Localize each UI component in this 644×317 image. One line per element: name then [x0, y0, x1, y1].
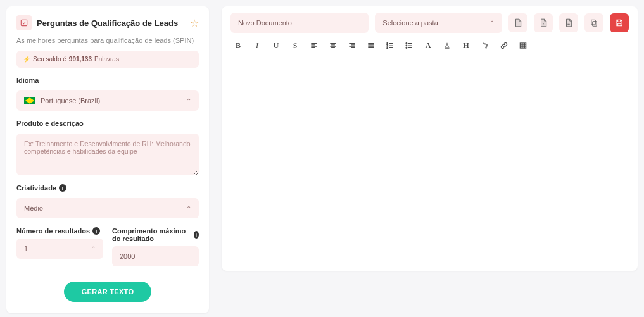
export-txt-button[interactable] [559, 13, 578, 32]
editor-top-controls: Selecione a pasta ⌃ [230, 13, 629, 33]
ordered-list-icon[interactable]: 123 [385, 40, 395, 51]
export-pdf-button[interactable] [534, 13, 553, 32]
num-results-select[interactable]: 1 ⌃ [16, 239, 103, 259]
flag-icon [24, 97, 35, 104]
svg-point-8 [406, 45, 407, 46]
svg-point-1 [543, 23, 543, 24]
balance-prefix: Seu saldo é [33, 56, 66, 63]
svg-rect-2 [593, 22, 597, 27]
font-size-icon[interactable]: A [423, 40, 433, 51]
language-select[interactable]: Portuguese (Brazil) ⌃ [16, 90, 199, 111]
language-value: Portuguese (Brazil) [41, 97, 100, 104]
align-left-icon[interactable] [309, 40, 319, 51]
svg-point-7 [406, 43, 407, 44]
editor-toolbar: B I U S 123 A H [230, 33, 629, 57]
creativity-value: Médio [24, 204, 43, 212]
document-name-input[interactable] [230, 13, 369, 33]
link-icon[interactable] [499, 40, 509, 51]
chevron-up-icon: ⌃ [186, 97, 191, 104]
svg-rect-10 [445, 48, 450, 49]
product-textarea[interactable] [16, 134, 199, 175]
copy-button[interactable] [584, 13, 603, 32]
svg-text:3: 3 [387, 47, 388, 49]
editor-content[interactable] [230, 57, 629, 262]
folder-select[interactable]: Selecione a pasta ⌃ [375, 13, 502, 33]
page-title: Perguntas de Qualificação de Leads [37, 18, 185, 28]
align-center-icon[interactable] [328, 40, 338, 51]
text-color-icon[interactable] [442, 40, 452, 51]
max-length-label: Comprimento máximo do resultado i [112, 227, 199, 242]
align-justify-icon[interactable] [366, 40, 376, 51]
max-length-input[interactable] [112, 246, 199, 266]
config-panel: Perguntas de Qualificação de Leads ☆ As … [6, 6, 209, 313]
table-icon[interactable] [518, 40, 528, 51]
info-icon[interactable]: i [92, 227, 100, 235]
svg-point-9 [406, 47, 407, 49]
underline-icon[interactable]: U [271, 40, 281, 51]
generate-button[interactable]: GERAR TEXTO [64, 282, 152, 302]
italic-icon[interactable]: I [252, 40, 262, 51]
svg-rect-0 [21, 20, 27, 25]
creativity-label: Criatividade i [16, 184, 199, 192]
editor-panel: Selecione a pasta ⌃ B I U S 123 A H [222, 6, 638, 271]
tool-icon [16, 15, 32, 30]
favorite-star-icon[interactable]: ☆ [190, 17, 199, 29]
balance-banner: ⚡ Seu saldo é 991,133 Palavras [16, 51, 199, 68]
info-icon[interactable]: i [194, 231, 199, 239]
strike-icon[interactable]: S [290, 40, 300, 51]
folder-placeholder: Selecione a pasta [382, 19, 438, 27]
balance-number: 991,133 [69, 56, 92, 63]
num-results-value: 1 [24, 245, 28, 252]
bold-icon[interactable]: B [233, 40, 243, 51]
language-label: Idioma [16, 77, 199, 84]
chevron-up-icon: ⌃ [489, 20, 495, 27]
balance-suffix: Palavras [94, 56, 119, 63]
save-button[interactable] [610, 13, 629, 32]
num-results-label: Número de resultados i [16, 227, 103, 235]
chevron-up-icon: ⌃ [186, 205, 191, 212]
chevron-up-icon: ⌃ [91, 246, 96, 252]
header-row: Perguntas de Qualificação de Leads ☆ [16, 15, 199, 30]
creativity-select[interactable]: Médio ⌃ [16, 198, 199, 218]
bolt-icon: ⚡ [23, 56, 30, 63]
clear-format-icon[interactable] [480, 40, 490, 51]
align-right-icon[interactable] [347, 40, 357, 51]
svg-rect-3 [591, 20, 595, 25]
page-subtitle: As melhores perguntas para qualificação … [16, 37, 199, 44]
header-icon[interactable]: H [461, 40, 471, 51]
info-icon[interactable]: i [59, 184, 66, 192]
export-word-button[interactable] [508, 13, 527, 32]
unordered-list-icon[interactable] [404, 40, 414, 51]
svg-rect-11 [520, 43, 526, 48]
product-label: Produto e descrição [16, 120, 199, 127]
